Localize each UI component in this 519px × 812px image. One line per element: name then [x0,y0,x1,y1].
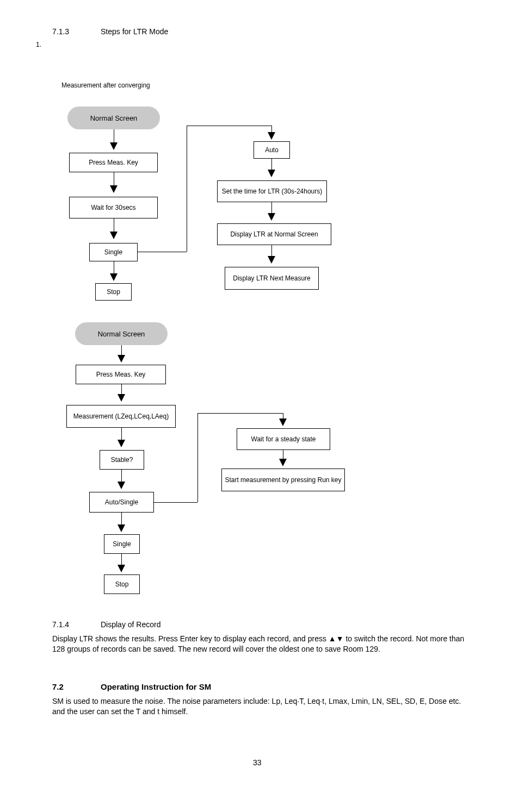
flow-b-box-2: Set the time for LTR (30s-24hours) [217,180,327,202]
flow-a-box-1: Press Meas. Key [69,153,158,172]
flow-a-start-label: Normal Screen [90,114,138,122]
arrow-down-icon [118,355,125,363]
connector [121,345,122,356]
connector [138,252,187,252]
arrow-down-icon [110,185,118,193]
arrow-down-icon [110,273,118,281]
flow-c-box-4-label: Auto/Single [105,498,138,506]
flow-c-box-6: Stop [104,574,140,594]
arrow-down-icon [110,142,118,150]
flow-b-box-4: Display LTR Next Measure [225,267,319,290]
flow-c-start: Normal Screen [75,322,168,345]
flow-c-box-5-label: Single [113,540,131,548]
flow-b-box-3-label: Display LTR at Normal Screen [230,230,318,238]
flow-c-box-6-label: Stop [115,580,129,588]
flow-c-box-3: Stable? [100,450,144,470]
flow-b-box-2-label: Set the time for LTR (30s-24hours) [222,188,323,195]
flow-c-box-3-label: Stable? [111,456,133,464]
section-7-1-4-number: 7.1.4 [52,620,69,630]
connector [197,413,283,414]
flow-c-box-4: Auto/Single [89,492,154,513]
flow-a-box-4-label: Stop [107,288,120,296]
flow-a-box-3-label: Single [104,248,122,256]
connector [121,513,122,526]
flow-a-start: Normal Screen [67,107,160,129]
flow-a-box-3: Single [89,243,138,261]
arrow-down-icon [268,132,275,140]
flow-b-box-1: Auto [254,141,290,159]
flow-d-box-2: Start measurement by pressing Run key [221,469,345,491]
arrow-down-icon [268,213,275,221]
flow-c-start-label: Normal Screen [98,330,145,338]
connector [271,159,272,171]
section-7-1-3-number: 7.1.3 [52,27,69,37]
arrow-down-icon [268,256,275,264]
connector [154,502,197,503]
connector [187,126,187,252]
section-7-1-3-title: Steps for LTR Mode [101,27,168,37]
flow-b-box-3: Display LTR at Normal Screen [217,223,331,245]
section-7-2-number: 7.2 [52,682,64,691]
flow-c-box-1: Press Meas. Key [76,365,166,384]
section-7-2-para: SM is used to measure the noise. The noi… [52,696,466,717]
flow-b-box-1-label: Auto [265,146,279,154]
arrow-down-icon [268,170,275,177]
arrow-down-icon [118,565,125,572]
connector [187,126,271,126]
page-number: 33 [253,758,262,767]
arrow-down-icon [118,440,125,447]
connector [121,384,122,395]
flow-c-box-2: Measurement (LZeq,LCeq,LAeq) [66,405,176,428]
flow-c-box-2-label: Measurement (LZeq,LCeq,LAeq) [73,413,169,420]
arrow-down-icon [118,524,125,532]
connector [114,172,114,186]
connector [121,428,122,441]
flow-a-box-4: Stop [95,283,132,301]
arrow-down-icon [118,394,125,402]
region-7-1-3-caption: 1. [36,41,41,48]
region-1-label: Measurement after converging [61,82,150,89]
connector [121,554,122,566]
section-7-1-4-para: Display LTR shows the results. Press Ent… [52,634,466,654]
connector [271,202,272,214]
connector [114,129,114,143]
flow-a-box-2: Wait for 30secs [69,197,158,218]
flow-b-box-4-label: Display LTR Next Measure [233,274,311,282]
connector [271,245,272,257]
connector [114,261,114,274]
flow-d-box-1-label: Wait for a steady state [251,435,316,443]
arrow-down-icon [110,232,118,239]
connector [197,413,198,502]
arrow-down-icon [279,459,287,466]
connector [114,218,114,233]
flow-c-box-5: Single [104,534,140,554]
section-7-2-title: Operating Instruction for SM [101,682,211,691]
flow-a-box-2-label: Wait for 30secs [91,204,135,211]
flow-d-box-2-label: Start measurement by pressing Run key [225,476,341,484]
arrow-down-icon [118,482,125,489]
section-7-1-4-title: Display of Record [101,620,161,630]
flow-a-box-1-label: Press Meas. Key [89,159,138,166]
arrow-down-icon [279,419,287,426]
flow-d-box-1: Wait for a steady state [237,428,330,450]
connector [121,470,122,483]
flow-c-box-1-label: Press Meas. Key [96,371,146,378]
